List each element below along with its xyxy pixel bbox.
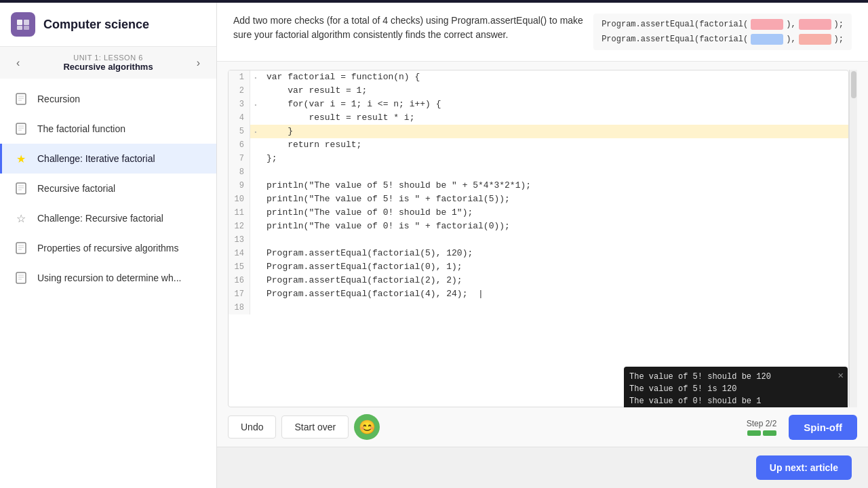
line-number: 14 [229,247,250,260]
line-dot [250,220,261,233]
line-code[interactable] [261,165,272,179]
line-dot [250,287,261,301]
code-line: 2 var result = 1; [229,84,848,98]
line-code[interactable] [261,301,272,314]
doc-icon [13,240,29,256]
line-dot [250,206,261,220]
instruction-bar: Add two more checks (for a total of 4 ch… [217,3,868,62]
sidebar-item-label: Challenge: Iterative factorial [37,153,155,164]
line-code[interactable]: Program.assertEqual(factorial(2), 2); [261,274,468,287]
sidebar-item-factorial-function[interactable]: The factorial function [0,114,216,144]
line-dot [250,179,261,192]
line-dot [250,84,261,98]
hint-line1-sep: ), [786,20,795,29]
doc-icon [13,121,29,137]
doc-icon [13,270,29,286]
hint-line2-end: ); [834,35,844,44]
start-over-button[interactable]: Start over [281,415,349,439]
hint-line1-end: ); [834,20,844,29]
code-content[interactable]: 1•var factorial = function(n) {2 var res… [229,70,848,407]
line-number: 3 [229,98,250,111]
sidebar-item-properties[interactable]: Properties of recursive algorithms [0,233,216,263]
hint-code: Program.assertEqual(factorial( ), ); Pro… [593,14,852,50]
sidebar-nav: ‹ UNIT 1: LESSON 6 Recursive algorithms … [0,47,216,79]
svg-rect-0 [17,20,22,25]
scrollbar-thumb[interactable] [851,71,856,98]
scrollbar[interactable] [849,70,857,407]
up-next-button[interactable]: Up next: article [756,455,852,480]
code-line: 6 return result; [229,138,848,152]
line-code[interactable]: println("The value of 5! is " + factoria… [261,192,515,206]
line-code[interactable]: result = result * i; [261,111,420,125]
line-dot [250,247,261,260]
console-output: ✕ The value of 5! should be 120The value… [624,367,848,407]
step-dots [747,430,776,436]
svg-rect-8 [16,123,26,134]
doc-icon [13,180,29,197]
line-number: 5 [229,125,250,138]
spin-off-button[interactable]: Spin-off [789,415,857,440]
line-code[interactable]: println("The value of 0! is " + factoria… [261,220,515,233]
up-next-bar: Up next: article [217,447,868,488]
line-dot [250,301,261,314]
code-line: 18 [229,301,848,314]
code-line: 1•var factorial = function(n) { [229,70,848,84]
sidebar-item-label: The factorial function [37,123,125,134]
sidebar-item-using-recursion[interactable]: Using recursion to determine wh... [0,263,216,293]
line-number: 17 [229,287,250,301]
line-code[interactable]: println("The value of 5! should be " + 5… [261,179,536,192]
code-line: 13 [229,233,848,247]
line-dot [250,152,261,165]
hint-placeholder-2a [751,34,783,45]
code-line: 11println("The value of 0! should be 1")… [229,206,848,220]
line-number: 1 [229,70,250,84]
line-code[interactable] [261,233,272,247]
sidebar-item-challenge-iterative[interactable]: ★Challenge: Iterative factorial [0,144,216,174]
hint-code-line-1: Program.assertEqual(factorial( ), ); [601,19,844,30]
code-editor[interactable]: 1•var factorial = function(n) {2 var res… [228,70,849,407]
line-number: 4 [229,111,250,125]
code-line: 5• } [229,125,848,138]
unit-label: UNIT 1: LESSON 6 [63,54,153,62]
line-code[interactable]: var result = 1; [261,84,372,98]
line-dot [250,138,261,152]
line-code[interactable]: var factorial = function(n) { [261,70,425,84]
sidebar-item-recursion[interactable]: Recursion [0,84,216,114]
step-dot-1 [747,430,761,436]
nav-prev-arrow[interactable]: ‹ [11,54,25,72]
sidebar-item-recursive-factorial[interactable]: Recursive factorial [0,174,216,203]
line-code[interactable]: Program.assertEqual(factorial(0), 1); [261,260,468,274]
sidebar-item-challenge-recursive[interactable]: ☆Challenge: Recursive factorial [0,203,216,233]
instruction-text: Add two more checks (for a total of 4 ch… [233,14,586,42]
line-code[interactable]: println("The value of 0! should be 1"); [261,206,478,220]
sidebar-item-label: Recursive factorial [37,183,115,194]
sidebar-item-label: Properties of recursive algorithms [37,243,179,253]
emoji-button[interactable]: 😊 [354,414,380,440]
main-layout: Computer science ‹ UNIT 1: LESSON 6 Recu… [0,3,868,488]
line-dot [250,111,261,125]
code-line: 3• for(var i = 1; i <= n; i++) { [229,98,848,111]
line-number: 8 [229,165,250,179]
nav-next-arrow[interactable]: › [191,54,205,72]
undo-button[interactable]: Undo [228,415,276,439]
hint-placeholder-1a [751,19,783,30]
hint-line2-sep: ), [786,35,795,44]
line-code[interactable]: Program.assertEqual(factorial(4), 24); | [261,287,489,301]
code-line: 7}; [229,152,848,165]
hint-placeholder-2b [799,34,831,45]
console-line: The value of 5! is 120 [629,383,842,395]
line-code[interactable]: } [261,125,298,138]
line-code[interactable]: for(var i = 1; i <= n; i++) { [261,98,446,111]
lesson-title: Recursive algorithms [63,62,153,72]
hint-line1-prefix: Program.assertEqual(factorial( [601,20,748,29]
hint-placeholder-1b [799,19,831,30]
line-number: 13 [229,233,250,247]
console-close-icon[interactable]: ✕ [838,369,844,381]
line-dot: • [250,125,261,138]
line-code[interactable]: Program.assertEqual(factorial(5), 120); [261,247,478,260]
sidebar-item-label: Challenge: Recursive factorial [37,213,163,224]
line-code[interactable]: }; [261,152,283,165]
line-code[interactable]: return result; [261,138,367,152]
line-number: 6 [229,138,250,152]
line-number: 15 [229,260,250,274]
